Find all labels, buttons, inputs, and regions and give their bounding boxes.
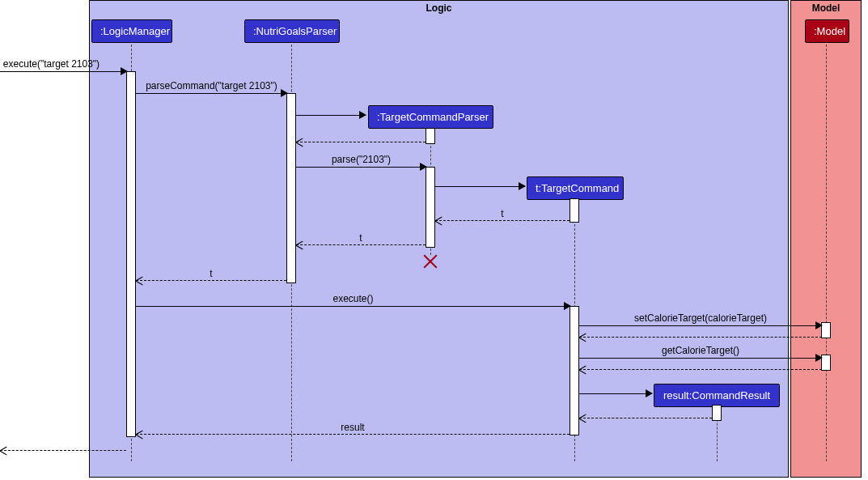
frame-logic-title: Logic (426, 2, 452, 14)
arrow-icon (295, 138, 303, 147)
msg-getcalorie-return (579, 369, 822, 370)
msg-return-t3-label: t (136, 268, 286, 279)
arrow-icon (135, 431, 142, 439)
arrow-icon (815, 321, 823, 329)
participant-targetcommand: t:TargetCommand (527, 176, 624, 200)
msg-return-t2: t (296, 244, 426, 245)
arrow-icon (646, 389, 653, 397)
msg-return-t3: t (136, 280, 286, 281)
msg-create-tc (435, 186, 525, 187)
participant-nutrigoalsparser: :NutriGoalsParser (244, 19, 340, 43)
msg-return-out (0, 450, 126, 451)
participant-commandresult: result:CommandResult (654, 384, 780, 407)
msg-setcalorie: setCalorieTarget(calorieTarget) (579, 325, 822, 326)
msg-return-t1-label: t (435, 208, 569, 219)
arrow-icon (564, 302, 571, 310)
activation-tcp-parse (426, 167, 435, 248)
activation-cr (712, 405, 722, 421)
activation-tcp-create (426, 128, 435, 144)
msg-getcalorie: getCalorieTarget() (579, 358, 822, 359)
msg-parsecommand-label: parseCommand("target 2103") (136, 80, 287, 91)
msg-create-cr (579, 393, 652, 394)
lifeline-model (826, 40, 827, 461)
sequence-diagram: Logic Model :LogicManager :NutriGoalsPar… (0, 0, 868, 480)
activation-nutrigoalsparser (286, 93, 296, 283)
arrow-icon (434, 217, 442, 225)
arrow-icon (121, 67, 128, 75)
arrow-icon (0, 447, 6, 455)
arrow-icon (135, 277, 142, 285)
activation-logicmanager (126, 71, 136, 437)
msg-create-tcp (296, 115, 366, 116)
arrow-icon (519, 182, 526, 190)
msg-result: result (136, 434, 569, 435)
activation-tc-create (569, 198, 579, 223)
msg-parse-label: parse("2103") (296, 154, 426, 165)
arrow-icon (295, 241, 303, 249)
msg-execute-in: execute("target 2103") (0, 71, 127, 72)
arrow-icon (578, 414, 586, 423)
arrow-icon (578, 333, 586, 342)
msg-parsecommand: parseCommand("target 2103") (136, 93, 287, 94)
msg-execute: execute() (136, 306, 570, 307)
arrow-icon (420, 163, 427, 171)
arrow-icon (578, 366, 586, 374)
msg-create-tcp-return (296, 142, 426, 142)
arrow-icon (815, 354, 823, 362)
msg-execute-label: execute() (136, 293, 570, 304)
msg-result-label: result (136, 422, 569, 433)
frame-model-title: Model (812, 2, 840, 14)
msg-getcalorie-label: getCalorieTarget() (579, 345, 822, 356)
msg-create-cr-return (579, 418, 712, 418)
destroy-icon (423, 254, 438, 269)
msg-parse: parse("2103") (296, 167, 426, 168)
msg-setcalorie-label: setCalorieTarget(calorieTarget) (579, 312, 822, 324)
participant-logicmanager: :LogicManager (91, 19, 172, 43)
msg-execute-in-label: execute("target 2103") (0, 58, 115, 70)
participant-model: :Model (805, 19, 849, 43)
participant-targetcommandparser: :TargetCommandParser (368, 105, 493, 129)
msg-return-t1: t (435, 220, 569, 221)
arrow-icon (281, 89, 288, 97)
arrow-icon (359, 111, 366, 119)
msg-return-t2-label: t (296, 232, 426, 244)
msg-setcalorie-return (579, 337, 822, 338)
